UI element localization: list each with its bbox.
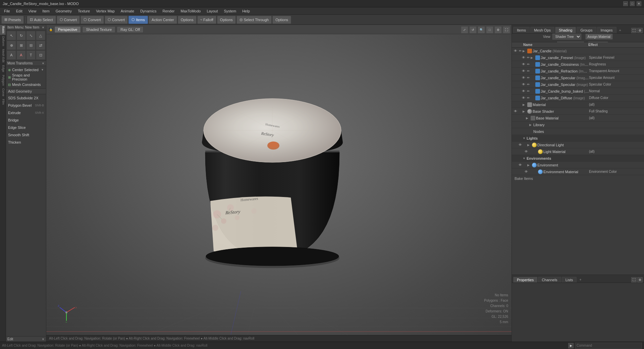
shader-item-bump[interactable]: 👁 ✏ Jar_Candle_bump_baked (Image) Normal [512,88,644,95]
eye-refraction[interactable]: 👁 [521,69,526,73]
shader-item-material[interactable]: ▶ Material (all) [512,101,644,108]
tab-mesh-ops[interactable]: Mesh Ops [530,27,554,33]
shader-item-fresnel[interactable]: 👁 ✏ ▶ Jar_candle_Fresnel (Image) Specula… [512,54,644,61]
snaps-precision-btn[interactable]: ⊞ Snaps and Precision [6,73,46,81]
tab-channels[interactable]: Channels [538,277,561,283]
expand-environments[interactable]: ▼ [523,157,527,160]
shader-item-environments[interactable]: ▼ Environments [512,155,644,162]
eye-env-material[interactable]: 👁 [524,169,529,174]
thicken-btn[interactable]: Thicken [6,139,46,146]
bottom-expand-btn[interactable]: ⛶ [631,277,637,283]
shader-item-diffuse[interactable]: 👁 ✏ Jar_candle_Diffuse (Image) Diffuse C… [512,95,644,101]
viewport-canvas[interactable]: Homewares ReStory [46,34,512,335]
vtab-basic[interactable]: Basic [0,25,6,35]
tab-lists[interactable]: Lists [562,277,577,283]
menu-layout[interactable]: Layout [204,8,220,14]
expand-dir-light[interactable]: ▶ [527,143,531,147]
pencil-specular-2[interactable]: ✏ [526,76,531,80]
panel-settings-btn[interactable]: ⚙ [637,28,643,33]
shader-item-jar-candle[interactable]: 👁 ✏ ▶ Jar_Candle (Material) [512,48,644,54]
expand-library[interactable]: ▶ [529,123,533,127]
shader-item-nodes[interactable]: Nodes [512,128,644,135]
maximize-btn[interactable]: □ [630,1,635,6]
eye-fresnel[interactable]: 👁 [521,55,526,60]
eye-bump[interactable]: 👁 [521,89,526,94]
shader-item-library[interactable]: ▶ Library [512,121,644,128]
viewport-lock-icon[interactable]: 🔒 [48,27,53,32]
vp-navigate-btn[interactable]: ⤢ [461,26,468,34]
shader-item-specular-2[interactable]: 👁 ✏ Jar_candle_Specular (Image (2)) Spec… [512,74,644,81]
menu-texture[interactable]: Texture [75,8,93,14]
minimize-btn[interactable]: — [623,1,628,6]
more-transforms-row[interactable]: More Transforms ▼ [6,60,46,66]
eye-base-shader[interactable]: 👁 [513,109,518,114]
falloff-btn[interactable]: ~ Falloff [197,16,216,24]
menu-help[interactable]: Help [239,8,253,14]
sds-subdivide-btn[interactable]: SDS Subdivide 2X [6,94,46,102]
expand-environment[interactable]: ▶ [527,163,531,167]
polygon-bevel-btn[interactable]: Polygon Bevel Shift-B [6,102,46,109]
add-geometry-header[interactable]: Add Geometry [6,88,46,94]
icon-btn-8[interactable]: ⇄ [36,41,45,50]
shader-item-specular[interactable]: 👁 ✏ Jar_candle_Specular (Image) Specular… [512,81,644,88]
pencil-fresnel[interactable]: ✏ [526,55,531,60]
pencil-bump[interactable]: ✏ [526,89,531,94]
view-select[interactable]: Shader Tree [552,34,581,40]
pencil-specular[interactable]: ✏ [526,82,531,87]
vp-fullscreen-btn[interactable]: ⛶ [503,26,510,34]
shader-item-env-material[interactable]: 👁 Environment Material Environment Color [512,168,644,175]
icon-btn-9[interactable]: A [7,50,16,60]
eye-light-material[interactable]: 👁 [524,149,529,154]
options-btn-2[interactable]: Options [217,16,236,24]
options-btn-1[interactable]: Options [178,16,197,24]
center-selected-btn[interactable]: ⊕ Center Selected ▼ [6,66,46,73]
shaded-texture-tab[interactable]: Shaded Texture [82,26,115,33]
icon-btn-4[interactable]: △ [36,31,45,40]
smooth-shift-btn[interactable]: Smooth Shift [6,131,46,139]
icon-btn-2[interactable]: ↻ [16,31,26,40]
tab-items[interactable]: Items [513,27,530,33]
close-btn[interactable]: ✕ [637,1,641,6]
options-btn-3[interactable]: Options [272,16,291,24]
menu-item[interactable]: Item [40,8,52,14]
vp-settings-btn[interactable]: ⚙ [494,26,502,34]
shader-item-refraction[interactable]: 👁 ✏ Jar_candle_Refraction (Image) Transp… [512,68,644,74]
expand-lights[interactable]: ▼ [523,137,527,140]
mesh-constraints-btn[interactable]: ⊟ Mesh Constraints [6,81,46,88]
edge-slice-btn[interactable]: Edge Slice [6,124,46,131]
menu-maxtomodo[interactable]: MaxToModo [178,8,204,14]
vtab-deform[interactable]: Deform [0,35,6,48]
vp-render-btn[interactable]: □ [486,26,493,34]
expand-jar-candle[interactable]: ▶ [523,49,527,53]
convert-btn-3[interactable]: ⬡ Convert [105,16,128,24]
vtab-mesh-edit[interactable]: Mesh Edit [0,48,6,64]
expand-base-shader[interactable]: ▶ [523,110,527,113]
panel-expand-btn[interactable]: ⛶ [631,28,637,33]
shader-item-environment[interactable]: 👁 ▶ Environment [512,162,644,168]
eye-diffuse[interactable]: 👁 [521,96,526,100]
pencil-glossiness[interactable]: ✏ [526,62,531,67]
tab-images[interactable]: Images [597,27,616,33]
vtab-polygon[interactable]: Polygon [0,73,6,87]
menu-view[interactable]: View [26,8,39,14]
shader-item-lights[interactable]: ▼ Lights [512,135,644,142]
vp-fit-btn[interactable]: ↺ [469,26,477,34]
eye-environment[interactable]: 👁 [518,163,523,167]
items-btn[interactable]: ⬡ Items [128,16,148,24]
item-menu-row[interactable]: Item Menu: New Item ▼ [6,25,46,30]
eye-dir-light[interactable]: 👁 [518,143,523,147]
perspective-tab[interactable]: Perspective [54,26,81,33]
pencil-jar-candle[interactable]: ✏ [518,49,523,53]
edit-row[interactable]: Edit ▼ [6,336,46,342]
bottom-settings-btn[interactable]: ⚙ [637,277,643,283]
icon-btn-6[interactable]: ⊞ [16,41,26,50]
shader-item-base-material[interactable]: ▶ Base Material (all) [512,115,644,121]
menu-render[interactable]: Render [160,8,177,14]
menu-file[interactable]: File [1,8,13,14]
tab-shading[interactable]: Shading [555,27,576,33]
eye-jar-candle[interactable]: 👁 [513,49,518,53]
cmd-arrow-btn[interactable]: ▶ [568,343,574,348]
tab-groups[interactable]: Groups [577,27,596,33]
vp-zoom-btn[interactable]: 🔍 [478,26,485,34]
shader-item-glossiness[interactable]: 👁 ✏ Jar_candle_Glossiness (Image) Roughn… [512,61,644,68]
